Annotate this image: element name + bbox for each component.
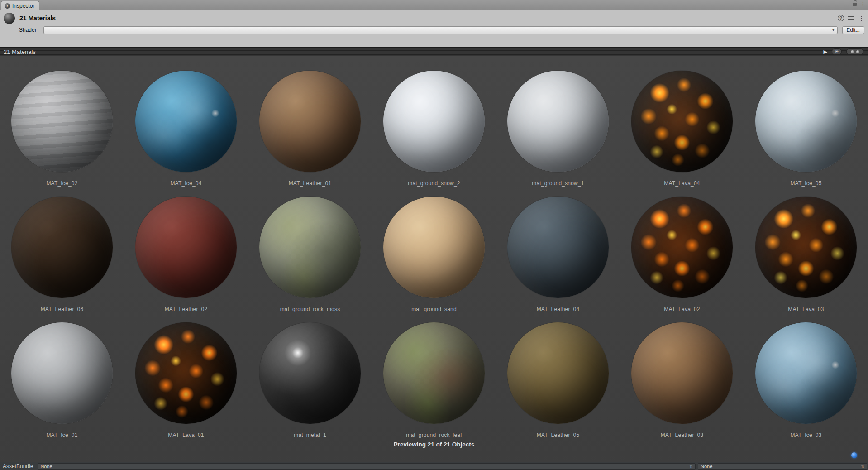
assetbundle-variant-dropdown[interactable]: None ⇅ <box>698 463 867 470</box>
edit-button[interactable]: Edit... <box>842 26 864 34</box>
presets-icon[interactable] <box>848 15 854 21</box>
shader-dropdown-value: – <box>47 27 832 33</box>
material-sphere <box>631 322 733 424</box>
material-name: mat_ground_snow_1 <box>532 180 584 187</box>
inspector-header: 21 Materials ? ⋮ Shader – ▾ Edit... <box>0 10 868 47</box>
preview-splitter-bar[interactable]: 21 Materials ▶ ☀ <box>0 47 868 56</box>
material-sphere <box>507 322 609 424</box>
material-name: MAT_Leather_03 <box>661 432 704 438</box>
material-cell: MAT_Ice_03 <box>755 322 857 438</box>
menu-icon[interactable]: ⋮ <box>860 1 866 7</box>
material-name: MAT_Lava_04 <box>664 180 700 187</box>
material-sphere <box>259 71 361 172</box>
material-name: MAT_Lava_01 <box>168 432 204 438</box>
material-name: MAT_Ice_04 <box>170 180 201 187</box>
material-name: mat_metal_1 <box>294 432 326 438</box>
material-sphere <box>383 197 485 298</box>
material-cell: MAT_Leather_02 <box>135 197 237 312</box>
assetbundle-name-value: None <box>40 464 687 469</box>
material-cell: MAT_Lava_01 <box>135 322 237 438</box>
popup-arrows-icon: ⇅ <box>861 464 864 469</box>
material-sphere <box>383 322 485 424</box>
material-name: MAT_Lava_03 <box>788 306 824 312</box>
material-name: mat_ground_rock_leaf <box>406 432 462 438</box>
material-sphere <box>259 197 361 298</box>
assetbundle-variant-value: None <box>701 464 858 469</box>
material-name: mat_ground_sand <box>411 306 457 312</box>
material-sphere <box>135 197 237 298</box>
tab-label: Inspector <box>12 3 34 9</box>
shader-label: Shader <box>19 27 40 33</box>
popup-arrows-icon: ⇅ <box>689 464 693 469</box>
inspector-icon: i <box>5 3 10 9</box>
material-sphere <box>755 322 857 424</box>
lighting-toggle-button[interactable]: ☀ <box>832 48 842 55</box>
material-grid: MAT_Ice_02 MAT_Ice_04 MAT_Leather_01 mat… <box>0 56 868 438</box>
page-title: 21 Materials <box>19 14 56 22</box>
assetbundle-label: AssetBundle <box>3 463 33 470</box>
material-cell: MAT_Ice_02 <box>11 71 113 187</box>
material-sphere <box>507 71 609 172</box>
play-icon[interactable]: ▶ <box>824 49 827 54</box>
material-cell: MAT_Leather_03 <box>631 322 733 438</box>
material-cell: MAT_Lava_02 <box>631 197 733 312</box>
material-cell: MAT_Ice_04 <box>135 71 237 187</box>
sphere-dot-icon <box>851 50 854 53</box>
shader-row: Shader – ▾ Edit... <box>0 25 868 35</box>
material-cell: mat_ground_sand <box>383 197 485 312</box>
material-name: mat_ground_snow_2 <box>408 180 460 187</box>
chevron-down-icon: ▾ <box>832 28 835 32</box>
lock-icon[interactable] <box>853 3 857 6</box>
help-icon[interactable]: ? <box>838 15 844 21</box>
assetbundle-name-dropdown[interactable]: None ⇅ <box>38 463 696 470</box>
material-name: MAT_Ice_02 <box>46 180 77 187</box>
material-name: mat_ground_rock_moss <box>280 306 340 312</box>
material-name: MAT_Leather_04 <box>537 306 580 312</box>
notification-dot-icon[interactable] <box>851 452 857 458</box>
material-name: MAT_Lava_02 <box>664 306 700 312</box>
preview-options-button[interactable] <box>846 48 863 55</box>
shader-dropdown[interactable]: – ▾ <box>43 26 838 34</box>
preview-title: 21 Materials <box>0 48 39 55</box>
material-cell: mat_ground_rock_moss <box>259 197 361 312</box>
material-cell: MAT_Leather_05 <box>507 322 609 438</box>
material-cell: mat_ground_rock_leaf <box>383 322 485 438</box>
material-sphere <box>11 71 113 172</box>
preview-status: Previewing 21 of 21 Objects <box>0 441 868 448</box>
material-cell: MAT_Leather_04 <box>507 197 609 312</box>
material-sphere <box>259 322 361 424</box>
material-name: MAT_Ice_01 <box>46 432 77 438</box>
material-name: MAT_Ice_05 <box>790 180 821 187</box>
material-cell: MAT_Lava_04 <box>631 71 733 187</box>
preview-area[interactable]: MAT_Ice_02 MAT_Ice_04 MAT_Leather_01 mat… <box>0 56 868 462</box>
material-cell: MAT_Ice_01 <box>11 322 113 438</box>
material-sphere <box>755 71 857 172</box>
material-sphere <box>507 197 609 298</box>
material-cell: MAT_Ice_05 <box>755 71 857 187</box>
material-sphere <box>631 71 733 172</box>
sphere-dot-icon <box>856 50 859 53</box>
material-cell: mat_ground_snow_2 <box>383 71 485 187</box>
material-sphere <box>135 71 237 172</box>
material-cell: MAT_Lava_03 <box>755 197 857 312</box>
material-cell: MAT_Leather_01 <box>259 71 361 187</box>
material-name: MAT_Leather_05 <box>537 432 580 438</box>
sun-icon: ☀ <box>835 49 839 54</box>
material-sphere <box>383 71 485 172</box>
context-menu-icon[interactable]: ⋮ <box>858 15 864 21</box>
material-sphere <box>135 322 237 424</box>
tab-inspector[interactable]: i Inspector <box>1 1 39 10</box>
assetbundle-bar: AssetBundle None ⇅ None ⇅ <box>0 462 868 470</box>
material-name: MAT_Leather_01 <box>289 180 332 187</box>
material-sphere <box>755 197 857 298</box>
material-sphere <box>11 322 113 424</box>
material-cell: mat_ground_snow_1 <box>507 71 609 187</box>
material-cell: MAT_Leather_06 <box>11 197 113 312</box>
material-sphere <box>631 197 733 298</box>
inspector-window: i Inspector ⋮ 21 Materials ? ⋮ Shader – … <box>0 0 868 470</box>
material-sphere <box>11 197 113 298</box>
material-cell: mat_metal_1 <box>259 322 361 438</box>
material-name: MAT_Leather_02 <box>165 306 208 312</box>
title-row: 21 Materials ? ⋮ <box>0 10 868 24</box>
material-name: MAT_Ice_03 <box>790 432 821 438</box>
